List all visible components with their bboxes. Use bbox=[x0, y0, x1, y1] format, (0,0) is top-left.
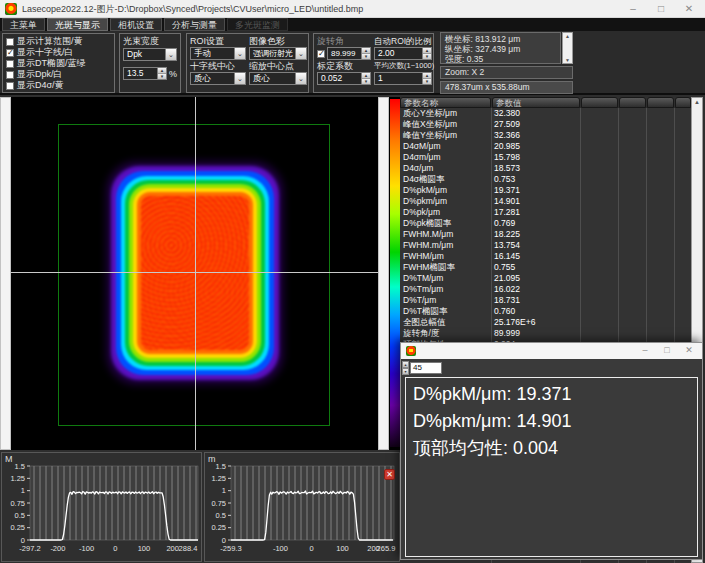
tab-1[interactable]: 主菜单 bbox=[2, 18, 45, 31]
chevron-down-icon[interactable]: ⌄ bbox=[295, 73, 306, 84]
close-button[interactable]: ✕ bbox=[675, 0, 703, 18]
scroll-up-icon[interactable]: ▲ bbox=[692, 98, 702, 106]
image-color-select[interactable]: 强调衍射光 ⌄ bbox=[249, 47, 307, 60]
tab-5[interactable]: 多光斑监测 bbox=[227, 18, 288, 31]
minimize-button[interactable]: – bbox=[619, 0, 647, 18]
chevron-down-icon[interactable]: ⌄ bbox=[234, 73, 245, 84]
calibration-input[interactable]: 0.052 ▴▾ bbox=[317, 72, 371, 85]
table-row[interactable]: 全图总幅值25.176E+6 bbox=[400, 317, 691, 328]
display-option[interactable]: 显示D4σ/黄 bbox=[6, 80, 111, 91]
table-row[interactable]: FWHM.m/μm13.754 bbox=[400, 240, 691, 251]
table-row[interactable]: D4σ/μm18.573 bbox=[400, 163, 691, 174]
chevron-down-icon[interactable]: ⌄ bbox=[295, 48, 306, 59]
table-row[interactable]: 峰值Y坐标/μm32.366 bbox=[400, 130, 691, 141]
param-value-cell: 0.769 bbox=[491, 218, 586, 229]
chevron-down-icon[interactable]: ⌄ bbox=[165, 49, 176, 60]
display-options-group: 显示计算范围/黄显示十字线/白显示DT椭圆/蓝绿显示Dpk/白显示D4σ/黄 bbox=[2, 33, 115, 93]
table-row[interactable]: FWHM/μm16.145 bbox=[400, 251, 691, 262]
table-row[interactable]: D%T椭圆率0.760 bbox=[400, 306, 691, 317]
roi-mode-select[interactable]: 手动 ⌄ bbox=[190, 47, 246, 60]
table-row[interactable]: D4σ椭圆率0.753 bbox=[400, 174, 691, 185]
image-scrollbar-right[interactable] bbox=[378, 97, 389, 450]
spinner-buttons[interactable]: ▴▾ bbox=[157, 68, 166, 79]
table-row[interactable]: D%pk/μm17.281 bbox=[400, 207, 691, 218]
checkbox-icon[interactable] bbox=[6, 38, 14, 46]
image-scrollbar-left[interactable] bbox=[0, 97, 11, 450]
param-name-header[interactable]: 参数名称 bbox=[400, 97, 491, 108]
tab-4[interactable]: 分析与测量 bbox=[164, 18, 225, 31]
table-row[interactable]: 峰值X坐标/μm27.509 bbox=[400, 119, 691, 130]
svg-text:0.5: 0.5 bbox=[216, 511, 226, 520]
spinner-buttons[interactable]: ▴▾ bbox=[361, 48, 370, 59]
scroll-down-icon[interactable]: ▼ bbox=[563, 57, 572, 63]
param-value-cell: 0.755 bbox=[491, 262, 586, 273]
rotation-angle-input[interactable]: 89.999 ▴▾ bbox=[327, 47, 371, 60]
svg-text:0.75: 0.75 bbox=[211, 499, 226, 508]
param-name-cell: D%pk/μm bbox=[400, 207, 491, 218]
param-name-cell: D%TM/μm bbox=[400, 273, 491, 284]
plot-M-chart: 00.250.50.7511.251.5-297.2-200-100010020… bbox=[2, 453, 201, 561]
param-empty-header[interactable] bbox=[675, 97, 691, 108]
chevron-down-icon[interactable]: ⌄ bbox=[234, 48, 245, 59]
param-empty-header[interactable] bbox=[619, 97, 646, 108]
tab-2[interactable]: 光斑与显示 bbox=[47, 18, 108, 31]
scroll-up-icon[interactable]: ▲ bbox=[563, 33, 572, 39]
table-row[interactable]: 质心Y坐标/μm32.380 bbox=[400, 108, 691, 119]
checkbox-icon[interactable] bbox=[6, 82, 14, 90]
param-empty-header[interactable] bbox=[581, 97, 618, 108]
zoom-center-label: 缩放中心点 bbox=[249, 60, 307, 72]
table-row[interactable]: FWHM椭圆率0.755 bbox=[400, 262, 691, 273]
close-button[interactable]: ✕ bbox=[678, 343, 700, 359]
spinner-buttons[interactable]: ▴▾ bbox=[422, 48, 431, 59]
table-row[interactable]: D%TM/μm21.095 bbox=[400, 273, 691, 284]
param-name-cell: D4σm/μm bbox=[400, 152, 491, 163]
checkbox-icon[interactable] bbox=[6, 71, 14, 79]
calibration-label: 标定系数 bbox=[317, 60, 371, 72]
svg-text:-259.3: -259.3 bbox=[220, 544, 241, 553]
spinner-buttons[interactable]: ▴▾ bbox=[422, 73, 431, 84]
average-count-input[interactable]: 1 ▴▾ bbox=[374, 72, 432, 85]
table-row[interactable]: D4σm/μm15.798 bbox=[400, 152, 691, 163]
svg-text:1.25: 1.25 bbox=[10, 474, 25, 483]
beam-width-method-select[interactable]: Dpk ⌄ bbox=[123, 48, 177, 61]
param-empty-header[interactable] bbox=[647, 97, 674, 108]
table-row[interactable]: D%pk椭圆率0.769 bbox=[400, 218, 691, 229]
zoom-level-text: Zoom: X 2 bbox=[440, 66, 573, 79]
checkbox-checked-icon[interactable] bbox=[6, 49, 14, 57]
display-option-label: 显示D4σ/黄 bbox=[17, 79, 64, 92]
table-row[interactable]: 旋转角/度89.999 bbox=[400, 328, 691, 339]
svg-text:100: 100 bbox=[138, 544, 151, 553]
tab-3[interactable]: 相机设置 bbox=[110, 18, 162, 31]
minimize-button[interactable]: – bbox=[634, 343, 656, 359]
close-icon[interactable]: ✕ bbox=[384, 469, 395, 480]
auto-roi-ratio-input[interactable]: 2.00 ▴▾ bbox=[374, 47, 432, 60]
crosshair-center-select[interactable]: 质心 ⌄ bbox=[190, 72, 246, 85]
popup-title-bar[interactable]: – □ ✕ bbox=[401, 343, 702, 359]
rotation-angle-checkbox[interactable] bbox=[317, 50, 325, 58]
checkbox-icon[interactable] bbox=[6, 60, 14, 68]
zoom-center-select[interactable]: 质心 ⌄ bbox=[249, 72, 307, 85]
svg-text:-100: -100 bbox=[79, 544, 94, 553]
popup-spinner-buttons[interactable]: ▴▾ bbox=[402, 361, 409, 375]
table-row[interactable]: D4σM/μm20.985 bbox=[400, 141, 691, 152]
param-value-cell: 13.754 bbox=[491, 240, 586, 251]
popup-result-line: D%pkm/μm: 14.901 bbox=[413, 408, 690, 435]
param-value-header[interactable]: 参数值 bbox=[492, 97, 580, 108]
popup-threshold-input[interactable]: 45 bbox=[410, 362, 442, 374]
info-scrollbar[interactable]: ▲ ▼ bbox=[562, 32, 573, 64]
table-row[interactable]: D%pkM/μm19.371 bbox=[400, 185, 691, 196]
table-row[interactable]: D%Tm/μm16.022 bbox=[400, 284, 691, 295]
beam-width-percent-input[interactable]: 13.5 ▴▾ bbox=[123, 67, 167, 80]
popup-result-line: D%pkM/μm: 19.371 bbox=[413, 381, 690, 408]
svg-text:-200: -200 bbox=[50, 544, 65, 553]
param-value-cell: 18.225 bbox=[491, 229, 586, 240]
table-row[interactable]: D%pkm/μm14.901 bbox=[400, 196, 691, 207]
spinner-buttons[interactable]: ▴▾ bbox=[361, 73, 370, 84]
maximize-button[interactable]: □ bbox=[647, 0, 675, 18]
table-row[interactable]: FWHM.M/μm18.225 bbox=[400, 229, 691, 240]
table-row[interactable]: D%T/μm18.731 bbox=[400, 295, 691, 306]
maximize-button[interactable]: □ bbox=[656, 343, 678, 359]
tab-bar: 主菜单光斑与显示相机设置分析与测量多光斑监测 bbox=[0, 18, 705, 31]
beam-image-canvas[interactable] bbox=[11, 97, 378, 450]
svg-text:1.5: 1.5 bbox=[15, 462, 25, 471]
